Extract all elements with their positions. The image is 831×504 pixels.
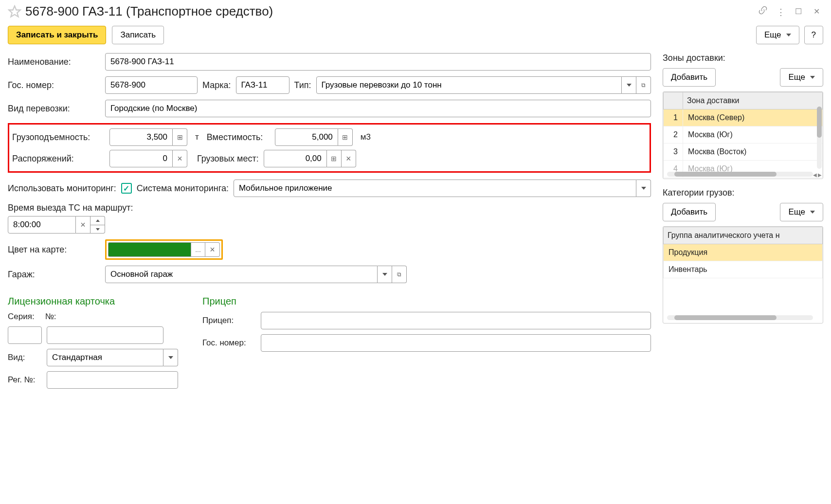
monitoring-sys-input[interactable] (234, 180, 636, 197)
trailer-section-title: Прицеп (202, 296, 651, 307)
gruzopod-unit: т (195, 132, 199, 142)
cargo-header: Группа аналитического учета н (664, 227, 823, 244)
garage-label: Гараж: (8, 270, 100, 280)
license-vid-dropdown-icon[interactable] (163, 349, 178, 366)
license-section-title: Лицензионная карточка (8, 296, 178, 307)
tip-input[interactable] (316, 76, 622, 94)
zones-table: Зона доставки 1Москва (Север) 2Москва (Ю… (663, 91, 823, 179)
license-vid-input[interactable] (47, 349, 163, 366)
cargo-add-button[interactable]: Добавить (663, 203, 716, 221)
clear-icon[interactable] (173, 150, 187, 167)
rasp-label: Распоряжений: (12, 154, 105, 164)
monitoring-label: Использовать мониторинг: (8, 183, 116, 194)
save-button[interactable]: Записать (112, 26, 164, 44)
vmest-unit: м3 (361, 132, 371, 142)
scrollbar-vertical[interactable] (817, 107, 822, 169)
marka-input[interactable] (236, 76, 289, 94)
license-vid-label: Вид: (8, 353, 42, 362)
table-row[interactable]: 1Москва (Север) (664, 109, 823, 126)
tip-dropdown-icon[interactable] (622, 76, 636, 94)
table-row[interactable]: 2Москва (Юг) (664, 126, 823, 144)
calculator-icon[interactable] (338, 128, 353, 146)
trailer-pricep-label: Прицеп: (202, 316, 256, 325)
color-label: Цвет на карте: (8, 245, 100, 255)
table-row[interactable]: Продукция (664, 244, 823, 261)
trailer-pricep-input[interactable] (261, 312, 651, 329)
tip-open-icon[interactable] (636, 76, 651, 94)
zones-label: Зоны доставки: (663, 53, 823, 63)
clear-icon[interactable] (342, 150, 356, 167)
clear-icon[interactable] (76, 216, 90, 234)
gruzopod-label: Грузоподъемность: (12, 132, 105, 143)
tip-label: Тип: (294, 80, 311, 90)
page-title: 5678-900 ГАЗ-11 (Транспортное средство) (25, 4, 758, 19)
garage-input[interactable] (105, 266, 378, 283)
color-choose-icon[interactable]: ... (191, 242, 205, 257)
license-seria-label: Серия: (8, 312, 35, 322)
table-row[interactable]: 3Москва (Восток) (664, 144, 823, 161)
license-reg-label: Рег. №: (8, 375, 42, 385)
name-input[interactable] (105, 53, 651, 71)
header: 5678-900 ГАЗ-11 (Транспортное средство) (8, 4, 823, 19)
scrollbar-horizontal[interactable] (667, 315, 813, 320)
more-button[interactable]: Еще (756, 26, 799, 44)
spinner-down-icon[interactable] (90, 225, 105, 234)
garage-dropdown-icon[interactable] (378, 266, 392, 283)
gosnomer-input[interactable] (105, 76, 198, 94)
vmest-input[interactable] (275, 128, 338, 146)
license-seria-input[interactable] (8, 326, 42, 344)
cargo-label: Категории грузов: (663, 188, 823, 198)
gruzopod-input[interactable] (109, 128, 173, 146)
gruzmest-input[interactable] (264, 150, 327, 167)
time-label: Время выезда ТС на маршрут: (8, 203, 651, 213)
monitoring-dropdown-icon[interactable] (636, 180, 651, 197)
save-and-close-button[interactable]: Записать и закрыть (8, 26, 106, 44)
cargo-more-button[interactable]: Еще (780, 203, 823, 221)
gruzmest-label: Грузовых мест: (197, 154, 259, 164)
vid-perevozki-label: Вид перевозки: (8, 104, 100, 114)
clear-icon[interactable] (205, 242, 220, 257)
close-window-icon[interactable] (813, 7, 823, 17)
maximize-icon[interactable] (795, 7, 805, 17)
monitoring-checkbox[interactable] (121, 183, 132, 194)
zones-more-button[interactable]: Еще (780, 68, 823, 87)
help-button[interactable]: ? (804, 26, 823, 44)
color-swatch[interactable] (108, 242, 191, 257)
capacity-highlight-box: Грузоподъемность: т Вместимость: м3 Расп… (8, 123, 651, 173)
monitoring-sys-label: Система мониторинга: (137, 183, 229, 194)
zones-add-button[interactable]: Добавить (663, 68, 716, 87)
trailer-gosnomer-input[interactable] (261, 334, 651, 352)
vid-perevozki-input[interactable] (105, 100, 651, 117)
svg-marker-0 (9, 6, 20, 17)
color-picker-highlight: ... (105, 239, 223, 260)
favorite-star-icon[interactable] (8, 5, 21, 18)
marka-label: Марка: (202, 80, 231, 90)
calculator-icon[interactable] (173, 128, 187, 146)
garage-open-icon[interactable] (392, 266, 407, 283)
vmest-label: Вместимость: (207, 132, 270, 143)
zones-header: Зона доставки (683, 92, 823, 109)
table-row[interactable]: Инвентарь (664, 261, 823, 278)
calculator-icon[interactable] (327, 150, 342, 167)
license-no-label: №: (45, 312, 56, 322)
trailer-gosnomer-label: Гос. номер: (202, 338, 256, 348)
scrollbar-horizontal[interactable] (667, 172, 813, 177)
more-menu-icon[interactable] (777, 7, 786, 17)
rasp-input[interactable] (109, 150, 173, 167)
name-label: Наименование: (8, 57, 100, 67)
license-no-input[interactable] (47, 326, 163, 344)
cargo-table: Группа аналитического учета н Продукция … (663, 226, 823, 324)
spinner-up-icon[interactable] (90, 216, 105, 225)
time-input[interactable] (8, 216, 76, 234)
link-icon[interactable] (758, 5, 768, 18)
toolbar: Записать и закрыть Записать Еще ? (8, 26, 823, 44)
gosnomer-label: Гос. номер: (8, 80, 100, 90)
license-reg-input[interactable] (47, 371, 178, 389)
